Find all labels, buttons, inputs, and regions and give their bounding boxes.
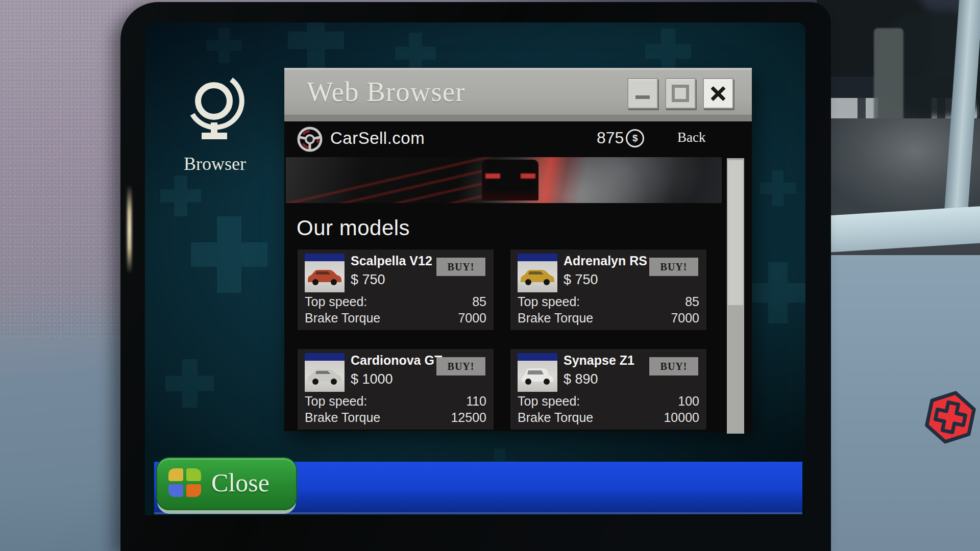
banner-car-silhouette: [482, 160, 538, 200]
stat-row: Brake Torque 10000: [518, 410, 699, 425]
car-card: Synapse Z1 $ 890 BUY! Top speed: 100 Bra…: [510, 349, 706, 430]
stat-label: Top speed:: [518, 394, 580, 409]
scrollbar-track: [727, 158, 744, 434]
car-thumbnail: [305, 254, 345, 292]
bezel-glare: [127, 185, 132, 274]
steering-wheel-logo: [297, 126, 323, 153]
car-name: Synapse Z1: [564, 353, 634, 368]
hero-banner-image: [286, 157, 722, 203]
buy-button[interactable]: BUY!: [436, 258, 485, 276]
window-title: Web Browser: [307, 70, 465, 114]
titlebar-shadow-strip: [284, 115, 752, 121]
logo-pane: [186, 484, 201, 497]
stat-row: Top speed: 85: [305, 294, 486, 309]
coin-icon: $: [626, 129, 644, 147]
desktop-icon-browser[interactable]: Browser: [177, 71, 253, 173]
buy-button[interactable]: BUY!: [649, 357, 698, 375]
hexagon-plus-icon: [922, 389, 979, 446]
window-controls: [627, 78, 733, 109]
site-name: CarSell.com: [330, 129, 425, 148]
stat-row: Top speed: 100: [518, 394, 699, 409]
car-image: [306, 265, 343, 287]
car-thumbnail: [518, 353, 557, 392]
stat-value: 7000: [458, 311, 486, 325]
desktop-icon-label: Browser: [177, 153, 253, 174]
car-thumbnail: [518, 254, 557, 292]
minimize-button[interactable]: [627, 78, 658, 109]
stat-value: 7000: [671, 311, 699, 325]
game-screenshot: Browser Web Browser Car: [0, 0, 980, 551]
stat-label: Brake Torque: [305, 311, 380, 325]
car-price: $ 750: [564, 272, 598, 288]
room-wall-left: [0, 0, 133, 551]
stat-value: 100: [678, 394, 699, 409]
car-image: [306, 364, 343, 387]
car-image: [519, 364, 556, 387]
close-icon: [709, 85, 727, 102]
stat-row: Top speed: 110: [305, 394, 486, 409]
scrollbar-thumb[interactable]: [728, 160, 743, 305]
buy-button[interactable]: BUY!: [436, 357, 485, 375]
close-computer-button[interactable]: Close: [156, 457, 297, 510]
maximize-button[interactable]: [665, 78, 696, 109]
alert-plus-icon[interactable]: [922, 389, 979, 446]
logo-pane: [168, 468, 183, 481]
stat-value: 110: [466, 394, 486, 409]
stat-value: 85: [472, 294, 486, 309]
logo-pane: [168, 484, 183, 497]
stat-label: Top speed:: [305, 394, 367, 409]
stat-row: Brake Torque 7000: [305, 311, 486, 325]
car-name: Cardionova GT: [351, 353, 442, 368]
car-price: $ 750: [351, 272, 385, 288]
browser-content: CarSell.com 875 $ Back Our models: [284, 121, 752, 431]
stat-row: Brake Torque 12500: [305, 410, 486, 425]
tree-trunk: [874, 28, 903, 128]
minimize-icon: [635, 95, 650, 99]
back-button[interactable]: Back: [677, 130, 705, 145]
start-logo-icon: [168, 468, 201, 497]
car-price: $ 890: [564, 371, 598, 387]
maximize-icon: [672, 85, 689, 102]
car-card: Cardionova GT $ 1000 BUY! Top speed: 110…: [298, 349, 494, 430]
logo-pane: [186, 468, 201, 481]
close-button-label: Close: [211, 458, 270, 507]
stat-row: Brake Torque 7000: [518, 311, 699, 325]
stat-label: Top speed:: [518, 294, 580, 309]
car-name: Adrenalyn RS: [564, 254, 647, 268]
car-card: Scalpella V12 $ 750 BUY! Top speed: 85 B…: [298, 249, 494, 330]
car-card: Adrenalyn RS $ 750 BUY! Top speed: 85 Br…: [510, 249, 706, 330]
browser-window: Web Browser CarSell.com 8: [284, 68, 752, 431]
car-image: [519, 265, 556, 287]
close-window-button[interactable]: [703, 78, 733, 109]
stat-label: Brake Torque: [305, 410, 380, 425]
stat-label: Brake Torque: [518, 410, 593, 425]
money-display: 875 $: [597, 129, 644, 147]
buy-button[interactable]: BUY!: [649, 258, 698, 276]
stat-label: Brake Torque: [518, 311, 593, 325]
window-titlebar: Web Browser: [284, 68, 752, 115]
site-header: CarSell.com 875 $ Back: [284, 121, 752, 157]
stat-row: Top speed: 85: [518, 294, 699, 309]
section-title: Our models: [297, 216, 410, 240]
stat-label: Top speed:: [305, 294, 367, 309]
globe-icon: [182, 71, 248, 148]
car-name: Scalpella V12: [351, 254, 432, 268]
stat-value: 85: [685, 294, 699, 309]
stat-value: 12500: [451, 410, 486, 425]
stat-value: 10000: [664, 410, 699, 425]
money-amount: 875: [597, 129, 624, 147]
car-price: $ 1000: [351, 371, 393, 387]
car-thumbnail: [305, 353, 345, 392]
